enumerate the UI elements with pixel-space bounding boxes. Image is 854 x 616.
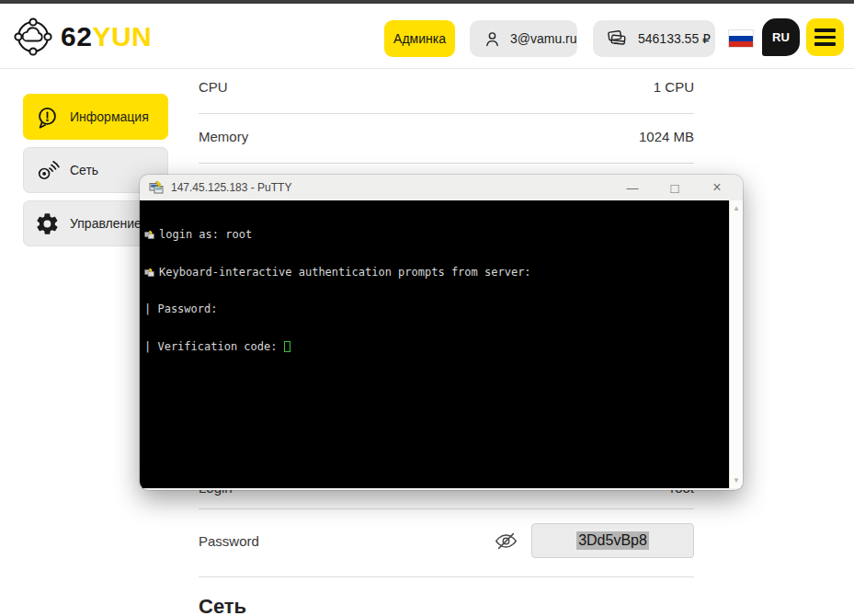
terminal-line: login as: root xyxy=(144,229,729,242)
terminal-text: | Password: xyxy=(144,302,217,315)
info-bubble-icon xyxy=(35,105,60,130)
gear-icon xyxy=(35,211,60,236)
balance-button[interactable]: 546133.55 ₽ xyxy=(593,20,715,57)
terminal-line: | Password: xyxy=(144,303,729,316)
detail-row-memory: Memory 1024 MB xyxy=(199,129,694,144)
logo[interactable]: 62YUN xyxy=(11,15,152,59)
close-button[interactable]: × xyxy=(710,179,724,196)
flag-stripe-red xyxy=(729,41,753,47)
cloud-network-logo-icon xyxy=(11,15,55,59)
user-email: 3@vamu.ru xyxy=(510,31,577,46)
password-label: Password xyxy=(199,533,259,549)
hamburger-menu-button[interactable] xyxy=(806,18,844,56)
putty-window[interactable]: 147.45.125.183 - PuTTY — □ × login as: r… xyxy=(140,175,743,490)
password-input[interactable]: 3Dd5vBp8 xyxy=(531,523,694,558)
divider xyxy=(199,113,694,114)
putty-app-icon xyxy=(149,180,164,195)
terminal-text: | Verification code: xyxy=(144,340,284,353)
putty-window-title: 147.45.125.183 - PuTTY xyxy=(171,181,291,194)
logo-text-yun: YUN xyxy=(92,21,152,51)
cpu-value: 1 CPU xyxy=(654,79,694,95)
terminal-text: login as: root xyxy=(159,228,252,241)
scroll-up-arrow[interactable]: ▲ xyxy=(730,204,743,212)
sidebar-item-information[interactable]: Информация xyxy=(23,94,168,140)
language-selector-button[interactable]: RU xyxy=(762,18,800,56)
putty-bell-icon xyxy=(144,230,154,240)
detail-row-password: Password 3Dd5vBp8 xyxy=(199,522,694,559)
divider xyxy=(199,508,694,509)
eye-off-icon xyxy=(494,529,518,553)
user-icon xyxy=(483,29,502,49)
hamburger-bar xyxy=(814,29,836,32)
terminal-screen[interactable]: login as: root Keyboard-interactive auth… xyxy=(140,200,729,488)
russia-flag-icon xyxy=(728,29,754,48)
memory-value: 1024 MB xyxy=(639,129,694,144)
password-value-selected: 3Dd5vBp8 xyxy=(576,531,649,550)
putty-window-controls: — □ × xyxy=(625,179,734,196)
divider xyxy=(199,163,694,164)
memory-label: Memory xyxy=(199,129,248,144)
toggle-password-visibility[interactable] xyxy=(494,529,518,553)
balance-amount: 546133.55 ₽ xyxy=(638,31,711,46)
page: 62YUN Админка 3@vamu.ru 546133. xyxy=(0,0,854,616)
divider xyxy=(199,576,694,577)
terminal-scrollbar[interactable]: ▲ ▼ xyxy=(729,200,743,488)
hamburger-bar xyxy=(814,36,836,40)
terminal-line: | Verification code: xyxy=(144,341,729,354)
terminal-text: Keyboard-interactive authentication prom… xyxy=(159,266,531,279)
user-account-button[interactable]: 3@vamu.ru xyxy=(470,20,577,57)
sidebar-item-label: Информация xyxy=(70,109,149,124)
putty-titlebar[interactable]: 147.45.125.183 - PuTTY — □ × xyxy=(140,175,743,200)
network-section-heading: Сеть xyxy=(199,595,246,616)
sidebar-item-label: Управление xyxy=(70,216,142,231)
putty-bell-icon xyxy=(144,268,154,278)
logo-text-62: 62 xyxy=(61,21,92,51)
minimize-button[interactable]: — xyxy=(625,181,640,195)
network-signal-icon xyxy=(35,158,60,183)
terminal-cursor xyxy=(284,341,290,352)
admin-panel-button[interactable]: Админка xyxy=(384,20,455,57)
hamburger-bar xyxy=(814,42,836,46)
logo-text: 62YUN xyxy=(61,21,152,52)
cpu-label: CPU xyxy=(199,79,228,95)
header: 62YUN Админка 3@vamu.ru 546133. xyxy=(0,4,854,69)
sidebar-item-label: Сеть xyxy=(70,163,98,177)
scroll-down-arrow[interactable]: ▼ xyxy=(730,476,743,485)
wallet-cards-icon xyxy=(606,27,630,51)
maximize-button[interactable]: □ xyxy=(667,180,682,196)
terminal-line: Keyboard-interactive authentication prom… xyxy=(144,267,729,279)
detail-row-cpu: CPU 1 CPU xyxy=(199,79,694,95)
